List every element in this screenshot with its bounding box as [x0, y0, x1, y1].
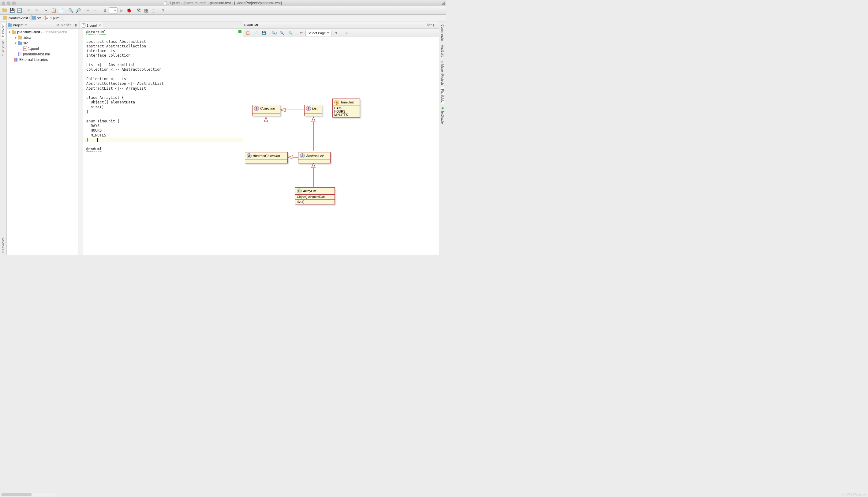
expand-arrow-icon[interactable]: ▼ [14, 42, 17, 45]
hide-panel-icon[interactable]: ▮← [432, 22, 438, 28]
gear-icon[interactable]: ⚙ [427, 22, 432, 28]
uml-box-arraylist[interactable]: CArrayList Object[] elementData size() [295, 187, 335, 204]
gutter-tab-favorites[interactable]: 2: Favorites [1, 236, 5, 255]
forward-button[interactable]: → [92, 7, 99, 14]
gutter-tab-project[interactable]: 1: Project [1, 23, 5, 39]
help-button[interactable]: ? [160, 7, 167, 14]
gutter-label: JetGradle [441, 111, 444, 124]
uml-name: ArrayList [303, 189, 316, 193]
chevron-down-icon[interactable]: ▾ [25, 23, 27, 27]
editor-tab[interactable]: 1.puml ✕ [80, 22, 103, 28]
run-button[interactable]: ▶ [118, 7, 125, 14]
file-icon [82, 23, 85, 28]
tree-row-src[interactable]: ▼ src [7, 40, 78, 46]
gutter-tab-commander[interactable]: Commander [441, 23, 444, 43]
editor-body[interactable]: @startuml abstract class AbstractList ab… [79, 29, 243, 255]
undo-button[interactable]: ↶ [26, 7, 32, 14]
build-button[interactable]: ⇊ [102, 7, 108, 14]
tree-label: External Libraries [19, 58, 48, 62]
uml-box-list[interactable]: IList [304, 105, 322, 116]
file-icon [164, 1, 167, 5]
paste-button[interactable]: 📄 [58, 7, 64, 14]
tree-row-idea[interactable]: ▶ .idea [7, 35, 78, 40]
sdk-button[interactable]: ▢ [150, 7, 157, 14]
gutter-label: 2: Favorites [1, 238, 5, 253]
gutter-label: Maven Projects [441, 64, 444, 85]
collapse-icon[interactable]: ⇲ [60, 22, 66, 28]
uml-box-abstractcollection[interactable]: AAbstractCollection [245, 152, 288, 164]
gutter-tab-gradle[interactable]: ◉JetGradle [441, 104, 444, 126]
find-button[interactable]: 🔍 [67, 7, 74, 14]
panel-title: PlantUML [244, 23, 259, 27]
project-tree[interactable]: ▼ plantuml-test (~/IdeaProjects/ ▶ .idea… [7, 29, 78, 255]
breadcrumb-file[interactable]: 1.puml [44, 15, 63, 21]
project-panel: Project▾ ⊕ ⇲ ⚙ →▮ ▼ plantuml-test (~/Ide… [7, 22, 79, 255]
breadcrumb-src[interactable]: src [30, 15, 44, 21]
abstract-stereotype-icon: A [247, 153, 252, 158]
breadcrumb-root[interactable]: plantuml-test [2, 15, 30, 21]
zoom-in-icon[interactable]: 🔍+ [271, 30, 278, 37]
editor-tabs: 1.puml ✕ [79, 22, 243, 29]
target-icon[interactable]: ⊕ [55, 22, 60, 28]
uml-member: Object[] elementData [295, 195, 335, 200]
open-button[interactable] [1, 7, 8, 14]
gutter-tab-ant[interactable]: Ant Build [441, 43, 444, 59]
gutter-label: 7: Structure [1, 41, 5, 57]
sync-button[interactable]: 🔄 [16, 7, 23, 14]
select-page-combo[interactable]: Select Page [305, 30, 331, 36]
gutter-label: 1: Project [1, 25, 5, 37]
zoom-fit-icon[interactable]: 🔍 [287, 30, 294, 37]
tree-row-iml[interactable]: plantuml-test.iml [7, 52, 78, 57]
redo-button[interactable]: ↷ [33, 7, 40, 14]
svg-marker-3 [312, 117, 315, 122]
diagram-area[interactable]: ICollection IList ETimeUnit DAYS HOURS M… [243, 37, 439, 255]
gutter-tab-structure[interactable]: 7: Structure [1, 39, 5, 59]
uml-box-timeunit[interactable]: ETimeUnit DAYS HOURS MINUTES [332, 99, 360, 117]
right-tool-gutter: Commander Ant Build mMaven Projects Plan… [439, 22, 446, 255]
gutter-tab-plantuml[interactable]: PlantUML [441, 87, 444, 104]
tree-row-root[interactable]: ▼ plantuml-test (~/IdeaProjects/ [7, 29, 78, 35]
replace-button[interactable]: 🔎 [75, 7, 82, 14]
save-button[interactable]: 💾 [9, 7, 15, 14]
inspection-indicator-icon[interactable] [239, 30, 241, 33]
uml-member: MINUTES [334, 113, 358, 117]
back-button[interactable]: ← [84, 7, 91, 14]
copy-button[interactable]: 📋 [50, 7, 57, 14]
editor-gutter [79, 29, 83, 255]
class-stereotype-icon: C [297, 188, 302, 194]
copy-diagram-icon[interactable]: 📄 [252, 30, 259, 37]
settings-button[interactable]: 🛠 [135, 7, 142, 14]
project-panel-header: Project▾ ⊕ ⇲ ⚙ →▮ [7, 22, 78, 29]
uml-member: HOURS [334, 110, 358, 113]
run-config-combo[interactable] [109, 8, 117, 13]
hide-panel-icon[interactable]: →▮ [71, 22, 77, 28]
breadcrumb: plantuml-test src 1.puml [0, 15, 446, 22]
prev-page-icon[interactable]: ⇐ [298, 30, 305, 37]
tree-row-file[interactable]: 1.puml [7, 46, 78, 52]
panel-title: Project [13, 23, 23, 27]
help-icon[interactable]: ? [343, 30, 350, 37]
structure-button[interactable]: ▦ [143, 7, 150, 14]
uml-box-collection[interactable]: ICollection [252, 105, 280, 116]
gutter-tab-maven[interactable]: mMaven Projects [441, 59, 444, 87]
cut-button[interactable]: ✂ [43, 7, 49, 14]
debug-button[interactable]: 🐞 [126, 7, 132, 14]
close-tab-icon[interactable]: ✕ [99, 24, 101, 27]
refresh-icon[interactable]: 📋 [244, 30, 252, 37]
gutter-label: Commander [441, 25, 444, 41]
save-diagram-icon[interactable]: 💾 [260, 30, 268, 37]
zoom-out-icon[interactable]: 🔍- [279, 30, 286, 37]
tree-hint: (~/IdeaProjects/ [41, 30, 67, 34]
expand-arrow-icon[interactable]: ▶ [14, 36, 17, 39]
resize-handle-icon[interactable] [441, 1, 445, 5]
tree-row-external[interactable]: External Libraries [7, 57, 78, 62]
editor-area: 1.puml ✕ @startuml abstract class Abstra… [79, 22, 243, 255]
uml-name: AbstractList [306, 154, 324, 158]
next-page-icon[interactable]: ⇒ [332, 30, 339, 37]
uml-box-abstractlist[interactable]: AAbstractList [298, 152, 330, 164]
tree-label: plantuml-test [17, 30, 40, 34]
code-content[interactable]: @startuml abstract class AbstractList ab… [79, 29, 243, 152]
uml-name: List [312, 106, 317, 110]
expand-arrow-icon[interactable]: ▼ [8, 31, 11, 34]
gear-icon[interactable]: ⚙ [66, 22, 71, 28]
